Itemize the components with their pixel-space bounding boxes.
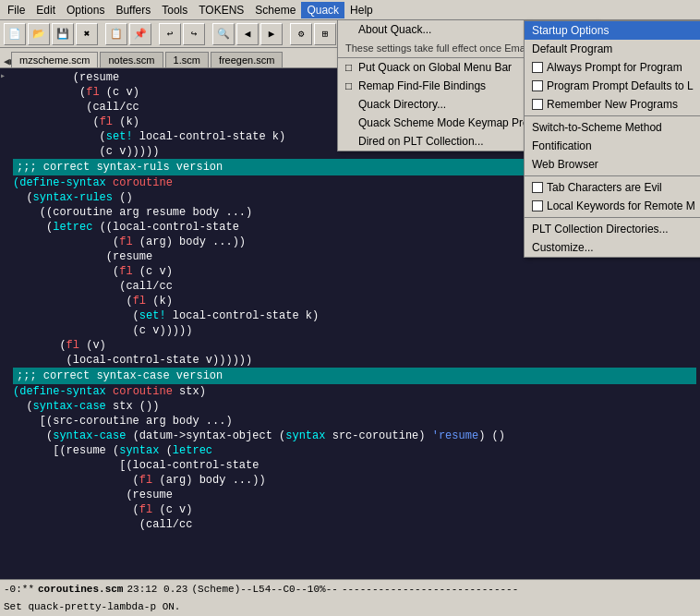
code-line: (call/cc: [13, 279, 696, 294]
always-prompt-checkbox[interactable]: [532, 62, 543, 73]
tab-notes[interactable]: notes.scm: [100, 52, 163, 67]
submenu-switch-scheme[interactable]: Switch-to-Scheme Method: [525, 118, 700, 137]
submenu-plt-collection[interactable]: PLT Collection Directories...: [525, 220, 700, 238]
tab-1[interactable]: 1.scm: [165, 52, 209, 67]
code-line: (fl (c v): [13, 264, 696, 279]
code-line: (define-syntax coroutine stx): [13, 384, 696, 399]
toolbar-b1[interactable]: ⚙: [290, 23, 312, 45]
prompt-defaults-checkbox[interactable]: [532, 80, 543, 91]
code-line: (fl (c v): [13, 502, 696, 517]
code-line: (fl (v): [13, 338, 696, 353]
status-bar: -0:** coroutines.scm 23:12 0.23 (Scheme)…: [0, 579, 700, 598]
status-position: 23:12 0.23: [127, 584, 187, 595]
submenu-remember-new[interactable]: Remember New Programs: [525, 95, 700, 114]
toolbar-next[interactable]: ▶: [260, 23, 283, 45]
menu-scheme[interactable]: Scheme: [249, 2, 301, 18]
menu-file[interactable]: File: [2, 2, 30, 18]
menu-quack[interactable]: Quack: [301, 2, 344, 18]
status-filename: coroutines.scm: [34, 584, 127, 595]
code-line: (resume: [13, 488, 696, 502]
submenu-prompt-defaults[interactable]: Program Prompt Defaults to L: [525, 77, 700, 95]
submenu-fontification[interactable]: Fontification: [525, 137, 700, 155]
tab-freegen[interactable]: freegen.scm: [211, 52, 284, 67]
toolbar-search[interactable]: 🔍: [212, 23, 235, 45]
menu-buffers[interactable]: Buffers: [110, 2, 156, 18]
submenu-startup-options[interactable]: Startup Options: [525, 21, 700, 40]
code-line: [(resume (syntax (letrec: [13, 443, 696, 458]
local-keywords-checkbox[interactable]: [532, 200, 543, 211]
toolbar-open[interactable]: 📂: [28, 23, 50, 45]
menu-edit[interactable]: Edit: [30, 2, 61, 18]
section-header-2: ;;; correct syntax-case version: [13, 368, 696, 384]
toolbar-undo[interactable]: ↩: [159, 23, 181, 45]
mini-buffer: Set quack-pretty-lambda-p ON.: [0, 598, 700, 616]
code-line: (fl (k): [13, 294, 696, 308]
code-line: (syntax-case (datum->syntax-object (synt…: [13, 429, 696, 443]
toolbar-redo[interactable]: ↪: [183, 23, 205, 45]
submenu-sep-1: [525, 115, 700, 116]
submenu-default-label: Default Program: [532, 42, 612, 55]
menu-tools[interactable]: Tools: [156, 2, 193, 18]
status-mode: -0:**: [4, 584, 34, 595]
submenu-sep-2: [525, 175, 700, 176]
tab-evil-checkbox[interactable]: [532, 182, 543, 193]
remember-new-checkbox[interactable]: [532, 99, 543, 110]
code-line: [(local-control-state: [13, 458, 696, 473]
submenu-sep-3: [525, 217, 700, 218]
toolbar-copy[interactable]: 📋: [105, 23, 127, 45]
code-line: (c v))))): [13, 323, 696, 338]
toolbar-new[interactable]: 📄: [4, 23, 26, 45]
code-line: (syntax-case stx ()): [13, 399, 696, 414]
toolbar-save[interactable]: 💾: [52, 23, 74, 45]
submenu-startup-label: Startup Options: [532, 24, 609, 37]
submenu-customize[interactable]: Customize...: [525, 238, 700, 257]
submenu-web-browser[interactable]: Web Browser: [525, 155, 700, 174]
startup-submenu: Startup Options Default Program Always P…: [524, 20, 700, 258]
menu-bar: File Edit Options Buffers Tools TOKENS S…: [0, 0, 700, 20]
code-line: (call/cc: [13, 517, 696, 532]
submenu-always-prompt[interactable]: Always Prompt for Program: [525, 58, 700, 77]
menu-options[interactable]: Options: [61, 2, 110, 18]
code-line: [(src-coroutine arg body ...): [13, 414, 696, 429]
menu-tokens[interactable]: TOKENS: [193, 2, 249, 18]
toolbar-close[interactable]: ✖: [76, 23, 98, 45]
status-scheme-info: (Scheme)--L54--C0--10%--: [187, 584, 341, 595]
submenu-default-program[interactable]: Default Program: [525, 40, 700, 58]
code-line: (local-control-state v)))))): [13, 353, 696, 368]
status-dashes: -----------------------------: [342, 584, 518, 595]
mini-buffer-text: Set quack-pretty-lambda-p ON.: [4, 601, 180, 612]
submenu-local-keywords[interactable]: Local Keywords for Remote M: [525, 197, 700, 215]
toolbar-prev[interactable]: ◀: [236, 23, 259, 45]
menu-help[interactable]: Help: [344, 2, 379, 18]
submenu-tab-evil[interactable]: Tab Characters are Evil: [525, 178, 700, 197]
tab-mzscheme[interactable]: mzscheme.scm: [11, 52, 98, 67]
toolbar-paste[interactable]: 📌: [129, 23, 151, 45]
code-line: (set! local-control-state k): [13, 308, 696, 323]
code-line: (fl (arg) body ...)): [13, 473, 696, 488]
toolbar-b2[interactable]: ⊞: [314, 23, 336, 45]
